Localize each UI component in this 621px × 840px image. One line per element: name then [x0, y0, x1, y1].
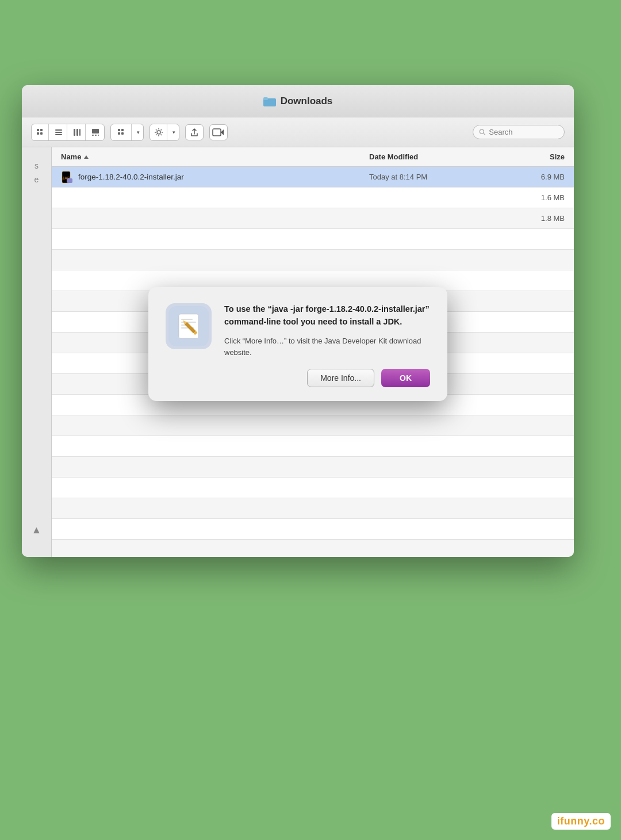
share-btn[interactable] [185, 124, 204, 140]
window-title: Downloads [281, 96, 333, 107]
svg-rect-30 [181, 319, 193, 320]
downloads-folder-icon [263, 96, 276, 106]
empty-row [52, 478, 574, 498]
svg-rect-8 [55, 132, 62, 133]
empty-row [52, 229, 574, 250]
watermark: ifunny.co [551, 813, 611, 830]
finder-window: Downloads [22, 85, 574, 557]
svg-rect-11 [76, 129, 78, 136]
file-icon-2 [61, 192, 74, 204]
svg-rect-6 [40, 132, 43, 135]
action-group: ▾ [150, 124, 179, 141]
col-header-date: Date Modified [369, 152, 496, 161]
svg-rect-13 [92, 129, 99, 133]
empty-row [52, 540, 574, 557]
file-size-3: 1.8 MB [496, 214, 565, 223]
list-view-btn[interactable] [50, 124, 67, 140]
tag-btn[interactable] [209, 124, 228, 140]
alert-body: Click “More Info…” to visit the Java Dev… [224, 335, 430, 358]
table-row[interactable]: JAR forge-1.18.2-40.0.2-installer.jar To… [52, 167, 574, 188]
file-size: 6.9 MB [496, 173, 565, 181]
svg-rect-3 [37, 129, 39, 131]
empty-row [52, 498, 574, 519]
ok-button[interactable]: OK [381, 369, 430, 387]
alert-text: To use the “java -jar forge-1.18.2-40.0.… [224, 303, 430, 358]
table-row[interactable]: 1.6 MB [52, 188, 574, 208]
svg-rect-18 [121, 129, 124, 131]
empty-row [52, 415, 574, 436]
svg-point-21 [157, 131, 160, 134]
view-options-dropdown-btn[interactable]: ▾ [133, 124, 143, 140]
svg-rect-16 [98, 135, 99, 136]
empty-row [52, 250, 574, 270]
window-title-area: Downloads [263, 96, 333, 107]
jar-file-icon: JAR [61, 171, 74, 184]
svg-rect-22 [213, 129, 221, 136]
column-view-btn[interactable] [68, 124, 86, 140]
java-icon [166, 303, 212, 349]
sidebar-item-s: s [22, 159, 51, 173]
table-row[interactable]: 1.8 MB [52, 208, 574, 229]
finder-titlebar: Downloads [22, 85, 574, 117]
search-box[interactable] [473, 125, 565, 139]
icon-view-btn[interactable] [32, 124, 49, 140]
search-icon [479, 128, 485, 136]
app-icon-svg [168, 306, 209, 346]
svg-point-23 [480, 129, 484, 133]
file-icon-3 [61, 212, 74, 225]
empty-row [52, 519, 574, 540]
alert-app-icon [166, 303, 212, 349]
gear-dropdown-btn[interactable]: ▾ [168, 124, 179, 140]
empty-row [52, 436, 574, 457]
alert-dialog: To use the “java -jar forge-1.18.2-40.0.… [148, 287, 447, 401]
finder-sidebar: s e ▲ [22, 147, 52, 557]
search-input[interactable] [489, 128, 558, 136]
col-header-size: Size [496, 152, 565, 161]
eject-icon: ▲ [22, 524, 51, 545]
col-header-name: Name [61, 152, 369, 161]
finder-toolbar: ▾ ▾ [22, 117, 574, 147]
gallery-view-btn[interactable] [87, 124, 104, 140]
file-size-2: 1.6 MB [496, 193, 565, 202]
svg-rect-14 [92, 135, 94, 136]
empty-row [52, 457, 574, 478]
more-info-button[interactable]: More Info... [307, 369, 374, 387]
svg-rect-5 [37, 132, 39, 135]
svg-rect-7 [55, 129, 62, 131]
svg-rect-17 [118, 129, 120, 131]
file-date: Today at 8:14 PM [369, 173, 496, 181]
column-headers: Name Date Modified Size [52, 147, 574, 167]
alert-title: To use the “java -jar forge-1.18.2-40.0.… [224, 303, 430, 329]
svg-rect-4 [40, 129, 43, 131]
gear-btn[interactable] [150, 124, 167, 140]
svg-rect-27 [67, 178, 72, 183]
svg-rect-15 [95, 135, 97, 136]
view-mode-group [31, 124, 105, 141]
file-icon: JAR [61, 171, 74, 184]
view-options-btn[interactable] [111, 124, 132, 140]
svg-rect-9 [55, 134, 62, 135]
view-options-group: ▾ [110, 124, 144, 141]
file-name: forge-1.18.2-40.0.2-installer.jar [78, 173, 369, 181]
alert-content: To use the “java -jar forge-1.18.2-40.0.… [166, 303, 430, 358]
svg-rect-19 [118, 132, 120, 135]
sidebar-item-e: e [22, 173, 51, 186]
alert-buttons: More Info... OK [166, 369, 430, 387]
svg-rect-2 [263, 97, 268, 100]
svg-rect-20 [121, 132, 124, 135]
svg-rect-10 [74, 129, 75, 136]
sort-arrow-icon [83, 154, 89, 160]
svg-rect-12 [79, 129, 80, 136]
